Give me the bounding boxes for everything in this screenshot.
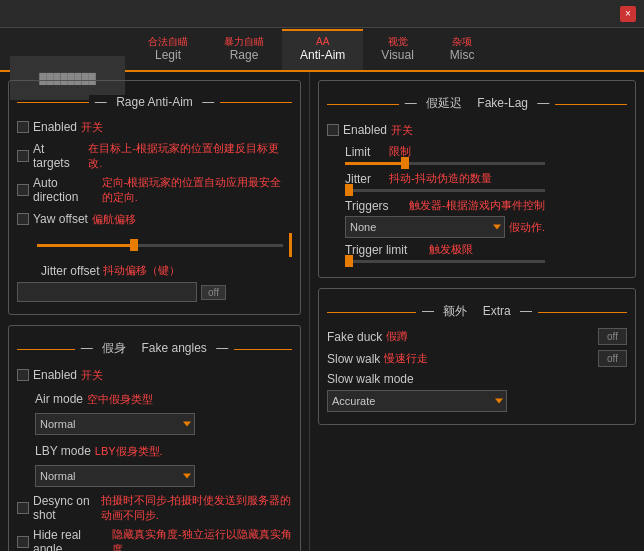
lby-mode-dropdown[interactable]: Normal (35, 465, 195, 487)
jitter-offset-label: Jitter offset (41, 264, 99, 278)
top-bar: × (0, 0, 644, 28)
rage-at-targets-red: 在目标上-根据玩家的位置创建反目标更改. (88, 141, 292, 171)
jitter-offset-red: 抖动偏移（键） (103, 263, 180, 278)
triggers-red: 触发器-根据游戏内事件控制 (409, 198, 545, 213)
tab-antiaim[interactable]: AA Anti-Aim (282, 29, 363, 70)
slow-walk-toggle[interactable]: off (598, 350, 627, 367)
rage-yaw-checkbox[interactable] (17, 213, 29, 225)
right-panel: — 假延迟 Fake-Lag — Enabled 开关 Limit 限制 Jit… (310, 72, 644, 551)
lby-mode-dropdown-wrapper: Normal (35, 465, 195, 487)
fake-lag-header: — 假延迟 Fake-Lag — (327, 95, 627, 112)
fake-lag-enabled-checkbox[interactable] (327, 124, 339, 136)
slow-walk-mode-dropdown[interactable]: Accurate (327, 390, 507, 412)
extra-en: Extra (477, 304, 517, 318)
fake-lag-limit-row: Limit 限制 (327, 144, 627, 159)
main-content: — Rage Anti-Aim — Enabled 开关 At targets … (0, 72, 644, 551)
fake-enabled-checkbox[interactable] (17, 369, 29, 381)
fake-angles-cn: 假身 (96, 341, 132, 355)
fake-lag-enabled-label: Enabled (343, 123, 387, 137)
fake-angles-header: — 假身 Fake angles — (17, 340, 292, 357)
fake-enabled-row: Enabled 开关 (17, 365, 292, 385)
desync-on-shot-row: Desync on shot 拍摄时不同步-拍摄时使发送到服务器的动画不同步. (17, 493, 292, 523)
air-mode-label: Air mode (35, 392, 83, 406)
rage-at-targets-label: At targets (33, 142, 84, 170)
fake-angles-en: Fake angles (135, 341, 212, 355)
trigger-limit-row: Trigger limit 触发极限 (327, 242, 627, 257)
lby-mode-row: LBY mode LBY假身类型. (17, 441, 292, 461)
fake-lag-en: Fake-Lag (471, 96, 534, 110)
hide-real-red: 隐藏真实角度-独立运行以隐藏真实角度. (112, 527, 292, 551)
rage-auto-dir-checkbox[interactable] (17, 184, 29, 196)
air-mode-dropdown[interactable]: Normal (35, 413, 195, 435)
jitter-offset-row: Jitter offset 抖动偏移（键） (37, 263, 292, 278)
fake-duck-row: Fake duck 假蹲 off (327, 328, 627, 345)
fake-lag-cn: 假延迟 (420, 96, 468, 110)
slow-walk-red: 慢速行走 (384, 351, 428, 366)
triggers-dropdown-wrapper: None (345, 216, 505, 238)
jitter-offset-input[interactable] (17, 282, 197, 302)
slow-walk-label: Slow walk (327, 352, 380, 366)
yaw-offset-label: Yaw offset (33, 212, 88, 226)
air-mode-dropdown-wrapper: Normal (35, 413, 195, 435)
fake-duck-toggle[interactable]: off (598, 328, 627, 345)
rage-antiaim-title: — Rage Anti-Aim — (17, 95, 292, 109)
extra-section: — 额外 Extra — Fake duck 假蹲 off Slow walk … (318, 288, 636, 425)
air-mode-row: Air mode 空中假身类型 (17, 389, 292, 409)
trigger-limit-label: Trigger limit (345, 243, 425, 257)
yaw-offset-red: 偏航偏移 (92, 212, 136, 227)
tab-visual[interactable]: 视觉 Visual (363, 30, 431, 70)
fake-duck-label: Fake duck (327, 330, 382, 344)
tab-misc[interactable]: 杂项 Misc (432, 30, 493, 70)
triggers-row: Triggers 触发器-根据游戏内事件控制 (327, 198, 627, 213)
air-mode-red: 空中假身类型 (87, 392, 153, 407)
rage-auto-dir-label: Auto direction (33, 176, 98, 204)
rage-enabled-row: Enabled 开关 (17, 117, 292, 137)
desync-red: 拍摄时不同步-拍摄时使发送到服务器的动画不同步. (101, 493, 292, 523)
triggers-dropdown[interactable]: None (345, 216, 505, 238)
rage-at-targets-checkbox[interactable] (17, 150, 29, 162)
fake-lag-enabled-row: Enabled 开关 (327, 120, 627, 140)
fake-lag-enabled-red: 开关 (391, 123, 413, 138)
slow-walk-row: Slow walk 慢速行走 off (327, 350, 627, 367)
hide-real-label: Hide real angle (33, 528, 108, 551)
limit-label: Limit (345, 145, 385, 159)
jitter-red: 抖动-抖动伪造的数量 (389, 171, 492, 186)
extra-header: — 额外 Extra — (327, 303, 627, 320)
limit-slider[interactable] (345, 162, 545, 165)
hide-real-checkbox[interactable] (17, 536, 29, 548)
rage-enabled-checkbox[interactable] (17, 121, 29, 133)
desync-checkbox[interactable] (17, 502, 29, 514)
rage-enabled-red: 开关 (81, 120, 103, 135)
yaw-orange-bar (289, 233, 292, 257)
yaw-slider[interactable] (37, 244, 283, 247)
rage-antiaim-section: — Rage Anti-Aim — Enabled 开关 At targets … (8, 80, 301, 315)
lby-mode-label: LBY mode (35, 444, 91, 458)
jitter-slider[interactable] (345, 189, 545, 192)
fake-enabled-red: 开关 (81, 368, 103, 383)
extra-cn: 额外 (437, 304, 473, 318)
trigger-limit-slider[interactable] (345, 260, 545, 263)
trigger-option-red: 假动作. (509, 220, 545, 235)
slow-walk-mode-dropdown-wrapper: Accurate (327, 390, 507, 412)
jitter-offset-val: off (201, 285, 226, 300)
hide-real-row: Hide real angle 隐藏真实角度-独立运行以隐藏真实角度. (17, 527, 292, 551)
fake-lag-jitter-row: Jitter 抖动-抖动伪造的数量 (327, 171, 627, 186)
trigger-limit-red: 触发极限 (429, 242, 473, 257)
fake-duck-red: 假蹲 (386, 329, 408, 344)
rage-at-targets-row: At targets 在目标上-根据玩家的位置创建反目标更改. (17, 141, 292, 171)
fake-lag-section: — 假延迟 Fake-Lag — Enabled 开关 Limit 限制 Jit… (318, 80, 636, 278)
triggers-label: Triggers (345, 199, 405, 213)
rage-auto-dir-red: 定向-根据玩家的位置自动应用最安全的定向. (102, 175, 292, 205)
fake-enabled-label: Enabled (33, 368, 77, 382)
lby-mode-red: LBY假身类型. (95, 444, 163, 459)
fake-angles-section: — 假身 Fake angles — Enabled 开关 Air mode 空… (8, 325, 301, 551)
tab-legit[interactable]: 合法自瞄 Legit (130, 30, 206, 70)
slow-walk-mode-label: Slow walk mode (327, 372, 414, 386)
left-panel: — Rage Anti-Aim — Enabled 开关 At targets … (0, 72, 310, 551)
rage-enabled-label: Enabled (33, 120, 77, 134)
desync-label: Desync on shot (33, 494, 97, 522)
tab-rage[interactable]: 暴力自瞄 Rage (206, 30, 282, 70)
slow-walk-mode-row: Slow walk mode (327, 372, 627, 386)
rage-auto-dir-row: Auto direction 定向-根据玩家的位置自动应用最安全的定向. (17, 175, 292, 205)
close-button[interactable]: × (620, 6, 636, 22)
